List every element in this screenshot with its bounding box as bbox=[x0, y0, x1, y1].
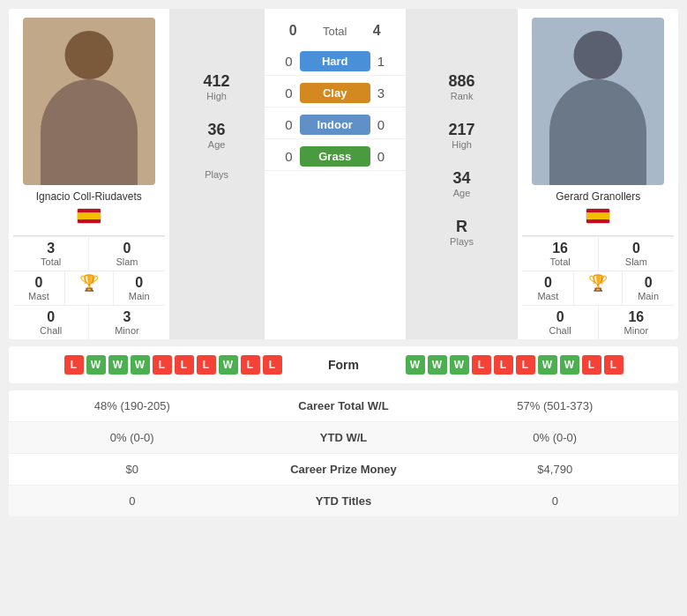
right-flag-icon bbox=[586, 208, 610, 224]
left-player-name: Ignacio Coll-Riudavets bbox=[36, 190, 142, 203]
stats-row-3: 0 YTD Titles 0 bbox=[9, 486, 678, 516]
form-section: LWWWLLLWLL Form WWWLLLWWLL bbox=[9, 346, 678, 383]
left-rank-high-box: 412 High bbox=[177, 65, 257, 108]
left-form-badge-4: L bbox=[153, 355, 172, 375]
left-form-badge-2: W bbox=[108, 355, 128, 375]
right-form-badge-8: L bbox=[582, 355, 601, 375]
right-trophy-icon: 🏆 bbox=[588, 273, 608, 293]
right-form-badge-4: L bbox=[494, 355, 513, 375]
left-player-photo bbox=[23, 18, 155, 185]
clay-right-score: 3 bbox=[370, 85, 406, 100]
left-form-badge-8: L bbox=[241, 355, 260, 375]
form-label: Form bbox=[291, 358, 397, 372]
left-slam-stat: 0 Slam bbox=[89, 237, 164, 271]
left-player-header: Ignacio Coll-Riudavets 3 Total 0 Slam bbox=[9, 9, 169, 339]
stats-right-1: 0% (0-0) bbox=[432, 431, 679, 444]
stats-label-0: Career Total W/L bbox=[256, 399, 432, 412]
left-stats-row1: 3 Total 0 Slam bbox=[13, 236, 165, 271]
left-trophy: 🏆 bbox=[65, 271, 114, 305]
stats-right-2: $4,790 bbox=[432, 463, 679, 476]
right-main-stat: 0 Main bbox=[623, 271, 674, 305]
total-right-score: 4 bbox=[366, 23, 401, 39]
right-age-box: 34 Age bbox=[418, 162, 506, 205]
left-form-badge-3: W bbox=[131, 355, 150, 375]
right-form-badge-9: L bbox=[604, 355, 624, 375]
right-form-badge-0: W bbox=[406, 355, 425, 375]
stats-label-2: Career Prize Money bbox=[256, 463, 432, 476]
stats-left-1: 0% (0-0) bbox=[9, 431, 256, 444]
left-mid-panel: 412 High 36 Age Plays bbox=[169, 9, 265, 339]
stats-row-2: $0 Career Prize Money $4,790 bbox=[9, 454, 678, 486]
left-plays-box: Plays bbox=[177, 162, 257, 187]
indoor-court-row: 0 Indoor 0 bbox=[265, 111, 406, 139]
right-form-badges: WWWLLLWWLL bbox=[397, 355, 670, 375]
right-form-badge-5: L bbox=[516, 355, 535, 375]
right-mast-stat: 0 Mast bbox=[522, 271, 574, 305]
right-stats-row1: 16 Total 0 Slam bbox=[522, 236, 674, 271]
left-total-stat: 3 Total bbox=[13, 237, 89, 271]
left-mast-stat: 0 Mast bbox=[13, 271, 65, 305]
left-form-badge-6: L bbox=[197, 355, 216, 375]
left-form-badge-9: L bbox=[263, 355, 282, 375]
right-form-badge-1: W bbox=[428, 355, 447, 375]
hard-badge: Hard bbox=[300, 51, 370, 71]
right-player-photo bbox=[532, 18, 664, 185]
stats-label-1: YTD W/L bbox=[256, 431, 432, 444]
stats-left-2: $0 bbox=[9, 463, 256, 476]
right-form-badge-3: L bbox=[472, 355, 491, 375]
left-main-stat: 0 Main bbox=[114, 271, 165, 305]
clay-badge: Clay bbox=[300, 83, 370, 103]
stats-right-0: 57% (501-373) bbox=[432, 399, 679, 412]
right-player-header: Gerard Granollers 16 Total 0 Slam bbox=[518, 9, 678, 339]
left-form-badges: LWWWLLLWLL bbox=[18, 355, 291, 375]
stats-row-0: 48% (190-205) Career Total W/L 57% (501-… bbox=[9, 390, 678, 422]
left-age-box: 36 Age bbox=[177, 114, 257, 157]
career-stats-table: 48% (190-205) Career Total W/L 57% (501-… bbox=[9, 390, 678, 516]
total-row: 0 Total 4 bbox=[265, 18, 406, 48]
players-top-section: Ignacio Coll-Riudavets 3 Total 0 Slam bbox=[9, 9, 678, 339]
right-plays-box: R Plays bbox=[418, 211, 506, 254]
right-stats-row3: 0 Chall 16 Minor bbox=[522, 305, 674, 339]
left-player-flag bbox=[77, 208, 101, 226]
stats-label-3: YTD Titles bbox=[256, 494, 432, 508]
hard-right-score: 1 bbox=[370, 54, 406, 69]
main-container: Ignacio Coll-Riudavets 3 Total 0 Slam bbox=[0, 0, 687, 525]
grass-court-row: 0 Grass 0 bbox=[265, 143, 406, 171]
right-form-badge-6: W bbox=[538, 355, 557, 375]
left-stats-row2: 0 Mast 🏆 0 Main bbox=[13, 271, 165, 305]
right-slam-stat: 0 Slam bbox=[599, 237, 674, 271]
left-chall-stat: 0 Chall bbox=[13, 306, 89, 339]
total-left-score: 0 bbox=[269, 23, 304, 39]
right-mid-panel: 886 Rank 217 High 34 Age R Plays bbox=[406, 9, 519, 339]
indoor-left-score: 0 bbox=[265, 117, 300, 132]
right-trophy: 🏆 bbox=[574, 271, 623, 305]
right-chall-stat: 0 Chall bbox=[522, 306, 598, 339]
clay-court-row: 0 Clay 3 bbox=[265, 79, 406, 108]
stats-left-3: 0 bbox=[9, 494, 256, 508]
left-form-badge-1: W bbox=[86, 355, 106, 375]
grass-badge: Grass bbox=[300, 146, 370, 167]
grass-right-score: 0 bbox=[370, 149, 406, 164]
left-form-badge-7: W bbox=[219, 355, 238, 375]
stats-left-0: 48% (190-205) bbox=[9, 399, 256, 412]
right-player-flag bbox=[586, 208, 610, 226]
left-form-badge-0: L bbox=[64, 355, 84, 375]
courts-section: 0 Total 4 0 Hard 1 0 Clay 3 0 Indoor 0 bbox=[265, 9, 406, 339]
left-flag-icon bbox=[77, 208, 101, 224]
grass-left-score: 0 bbox=[265, 149, 300, 164]
right-rank-high-box: 217 High bbox=[418, 114, 506, 157]
indoor-badge: Indoor bbox=[300, 115, 370, 135]
right-form-badge-7: W bbox=[560, 355, 579, 375]
hard-court-row: 0 Hard 1 bbox=[265, 48, 406, 76]
left-stats-row3: 0 Chall 3 Minor bbox=[13, 305, 165, 339]
indoor-right-score: 0 bbox=[370, 117, 406, 132]
clay-left-score: 0 bbox=[265, 85, 300, 100]
right-rank-box: 886 Rank bbox=[418, 65, 506, 108]
right-stats-row2: 0 Mast 🏆 0 Main bbox=[522, 271, 674, 305]
right-form-badge-2: W bbox=[450, 355, 469, 375]
right-player-name: Gerard Granollers bbox=[556, 190, 640, 203]
hard-left-score: 0 bbox=[265, 54, 300, 69]
right-minor-stat: 16 Minor bbox=[599, 306, 674, 339]
left-form-badge-5: L bbox=[175, 355, 194, 375]
right-total-stat: 16 Total bbox=[522, 237, 598, 271]
